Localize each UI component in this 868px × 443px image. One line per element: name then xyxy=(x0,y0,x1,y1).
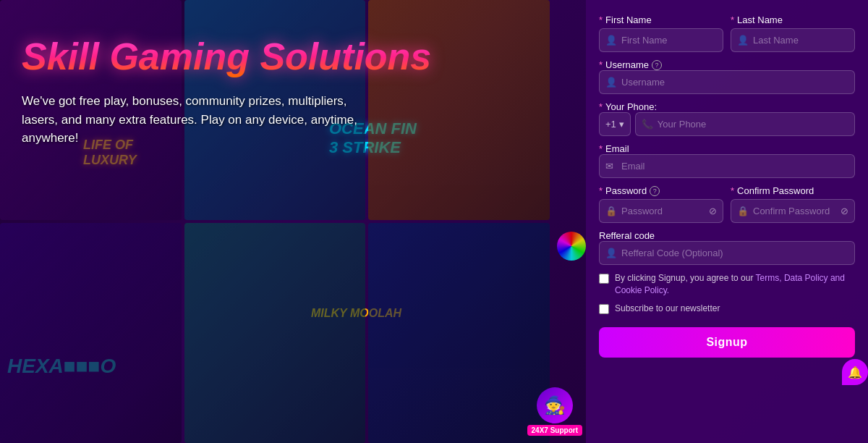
newsletter-checkbox-group: Subscribe to our newsletter xyxy=(599,303,855,315)
password-label: * Password ? xyxy=(599,185,723,196)
left-content: Skill Gaming Solutions We've got free pl… xyxy=(7,22,514,162)
support-bubble[interactable]: 🧙 24X7 Support xyxy=(527,387,582,436)
last-name-group: * Last Name 👤 xyxy=(731,14,855,52)
referral-group: Refferal code 👤 xyxy=(599,230,855,265)
lock-icon-confirm: 🔒 xyxy=(737,206,749,216)
bell-icon: 🔔 xyxy=(848,366,862,379)
email-wrapper: ✉ xyxy=(599,154,855,178)
email-icon: ✉ xyxy=(605,161,613,172)
confirm-password-input[interactable] xyxy=(731,199,855,223)
password-input[interactable] xyxy=(599,199,723,223)
referral-label: Refferal code xyxy=(599,230,855,241)
game-thumb-bingo xyxy=(0,223,182,443)
email-input[interactable] xyxy=(599,154,855,178)
email-label: * Email xyxy=(599,143,855,154)
username-input[interactable] xyxy=(599,70,855,94)
signup-panel: * First Name 👤 * Last Name 👤 * Username … xyxy=(586,0,868,443)
notification-bubble[interactable]: 🔔 xyxy=(842,359,868,385)
name-row: * First Name 👤 * Last Name 👤 xyxy=(599,14,855,52)
color-wheel-decoration xyxy=(557,232,586,261)
user-icon-last: 👤 xyxy=(737,35,749,46)
password-wrapper: 🔒 ⊘ xyxy=(599,199,723,223)
password-row: * Password ? 🔒 ⊘ * Confirm Password 🔒 ⊘ xyxy=(599,185,855,223)
brand-subtitle: We've got free play, bonuses, community … xyxy=(22,92,383,148)
confirm-password-label: * Confirm Password xyxy=(731,185,855,196)
support-label: 24X7 Support xyxy=(527,425,582,436)
username-wrapper: 👤 xyxy=(599,70,855,94)
newsletter-checkbox[interactable] xyxy=(599,304,609,314)
username-label: * Username ? xyxy=(599,59,855,70)
referral-wrapper: 👤 xyxy=(599,241,855,265)
terms-checkbox[interactable] xyxy=(599,274,609,284)
signup-button[interactable]: Signup xyxy=(599,327,855,358)
email-group: * Email ✉ xyxy=(599,143,855,178)
first-name-label: * First Name xyxy=(599,14,723,25)
user-icon-first: 👤 xyxy=(605,35,617,46)
phone-prefix-value: +1 xyxy=(605,119,616,130)
phone-wrapper: 📞 xyxy=(635,112,855,136)
eye-icon-password[interactable]: ⊘ xyxy=(709,206,717,216)
terms-label[interactable]: By clicking Signup, you agree to our Ter… xyxy=(615,272,855,297)
phone-icon: 📞 xyxy=(642,119,653,130)
username-group: * Username ? 👤 xyxy=(599,59,855,94)
newsletter-label[interactable]: Subscribe to our newsletter xyxy=(615,303,720,315)
password-help-icon[interactable]: ? xyxy=(650,186,660,196)
lock-icon-password: 🔒 xyxy=(605,206,617,216)
confirm-password-group: * Confirm Password 🔒 ⊘ xyxy=(731,185,855,223)
first-name-group: * First Name 👤 xyxy=(599,14,723,52)
terms-checkbox-group: By clicking Signup, you agree to our Ter… xyxy=(599,272,855,297)
phone-row: +1 ▾ 📞 xyxy=(599,112,855,136)
user-icon-referral: 👤 xyxy=(605,248,617,258)
phone-input[interactable] xyxy=(635,112,855,136)
username-help-icon[interactable]: ? xyxy=(652,60,662,70)
eye-icon-confirm[interactable]: ⊘ xyxy=(841,206,848,216)
last-name-wrapper: 👤 xyxy=(731,28,855,52)
referral-input[interactable] xyxy=(599,241,855,265)
phone-label: * Your Phone: xyxy=(599,101,855,112)
last-name-input[interactable] xyxy=(731,28,855,52)
game-thumb-milky xyxy=(184,223,366,443)
user-icon-username: 👤 xyxy=(605,77,617,88)
phone-prefix-select[interactable]: +1 ▾ xyxy=(599,112,631,136)
first-name-input[interactable] xyxy=(599,28,723,52)
last-name-label: * Last Name xyxy=(731,14,855,25)
game-thumb-space xyxy=(368,223,550,443)
password-group: * Password ? 🔒 ⊘ xyxy=(599,185,723,223)
support-avatar: 🧙 xyxy=(537,387,573,423)
chevron-down-icon: ▾ xyxy=(619,119,624,130)
confirm-password-wrapper: 🔒 ⊘ xyxy=(731,199,855,223)
first-name-wrapper: 👤 xyxy=(599,28,723,52)
phone-group: * Your Phone: +1 ▾ 📞 xyxy=(599,101,855,136)
brand-title: Skill Gaming Solutions xyxy=(22,36,499,77)
